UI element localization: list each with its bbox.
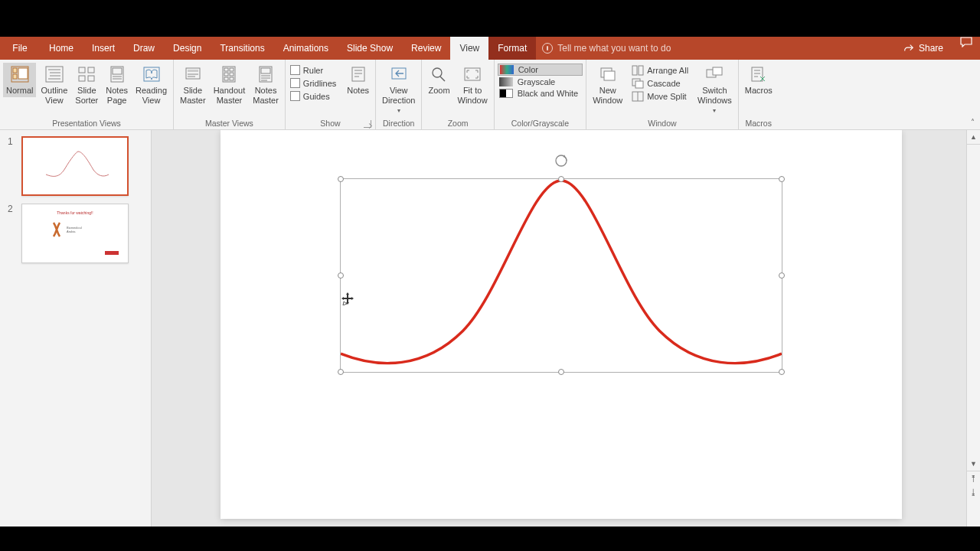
resize-handle-tl[interactable] xyxy=(338,176,344,182)
handout-master-button[interactable]: Handout Master xyxy=(211,63,249,107)
switch-windows-button[interactable]: Switch Windows ▾ xyxy=(694,63,735,117)
tab-review[interactable]: Review xyxy=(402,37,450,60)
tab-design[interactable]: Design xyxy=(164,37,211,60)
svg-rect-52 xyxy=(752,67,763,81)
ruler-label: Ruler xyxy=(303,66,323,75)
tell-me-placeholder: Tell me what you want to do xyxy=(557,43,671,54)
slide-thumbnails-panel[interactable]: 1 2 Thanks for watching!! Biomedical Ara… xyxy=(0,130,152,527)
gridlines-checkbox[interactable]: Gridlines xyxy=(289,77,338,89)
dialog-launcher-icon[interactable] xyxy=(364,120,371,128)
outline-view-label: Outline View xyxy=(41,86,67,106)
scroll-up-button[interactable]: ▲ xyxy=(967,130,980,144)
new-window-label: New Window xyxy=(593,86,622,106)
svg-rect-30 xyxy=(261,68,270,73)
svg-rect-24 xyxy=(230,68,234,71)
letterbox-bottom xyxy=(0,532,980,540)
zoom-button[interactable]: Zoom xyxy=(425,63,452,97)
resize-handle-bm[interactable] xyxy=(558,369,564,375)
resize-handle-br[interactable] xyxy=(779,369,785,375)
collapse-ribbon-button[interactable]: ˄ xyxy=(965,60,980,129)
fit-to-window-button[interactable]: Fit to Window xyxy=(455,63,491,107)
resize-handle-ml[interactable] xyxy=(338,272,344,279)
tab-insert[interactable]: Insert xyxy=(83,37,124,60)
resize-handle-tm[interactable] xyxy=(558,176,564,182)
zoom-label: Zoom xyxy=(428,86,449,96)
svg-rect-14 xyxy=(113,68,122,74)
arrange-all-button[interactable]: Arrange All xyxy=(630,64,690,77)
svg-rect-12 xyxy=(88,76,94,81)
svg-rect-45 xyxy=(639,66,643,75)
notes-page-icon xyxy=(106,64,128,84)
ribbon-tabbar: File Home Insert Draw Design Transitions… xyxy=(0,37,980,60)
share-button[interactable]: Share xyxy=(894,37,952,60)
comments-icon[interactable] xyxy=(960,37,972,47)
tab-view[interactable]: View xyxy=(450,37,488,60)
notes-page-button[interactable]: Notes Page xyxy=(103,63,131,107)
group-label-show: Show xyxy=(289,119,372,129)
svg-rect-51 xyxy=(713,67,722,75)
notes-master-button[interactable]: Notes Master xyxy=(250,63,282,107)
lightbulb-icon xyxy=(542,43,553,54)
thumbnail-slide-2[interactable]: Thanks for watching!! Biomedical Arabia xyxy=(21,204,129,263)
tab-slideshow[interactable]: Slide Show xyxy=(338,37,402,60)
color-mode-button[interactable]: Color xyxy=(498,64,583,76)
tab-transitions[interactable]: Transitions xyxy=(211,37,273,60)
move-split-icon xyxy=(632,91,644,102)
svg-rect-44 xyxy=(632,66,637,75)
svg-rect-43 xyxy=(604,71,615,80)
svg-rect-1 xyxy=(13,68,17,73)
slide-canvas-area[interactable] xyxy=(152,130,980,527)
thumbnail-item[interactable]: 1 xyxy=(8,136,143,196)
new-window-icon xyxy=(597,64,619,84)
tab-animations[interactable]: Animations xyxy=(274,37,338,60)
color-swatch-icon xyxy=(500,65,514,74)
new-window-button[interactable]: New Window xyxy=(590,63,626,107)
arrange-all-icon xyxy=(632,65,644,76)
tab-format[interactable]: Format xyxy=(488,37,536,60)
resize-handle-mr[interactable] xyxy=(779,272,785,279)
group-master-views: Slide Master Handout Master Notes Master… xyxy=(174,60,286,129)
rotate-handle[interactable] xyxy=(554,153,569,168)
resize-handle-tr[interactable] xyxy=(779,176,785,182)
svg-rect-4 xyxy=(46,67,63,82)
slide-editor[interactable] xyxy=(220,130,902,519)
vertical-scrollbar[interactable]: ▲ ▼ ⭱ ⭳ xyxy=(966,130,980,527)
tell-me-search[interactable]: Tell me what you want to do xyxy=(536,37,677,60)
svg-rect-26 xyxy=(230,73,234,76)
grayscale-mode-button[interactable]: Grayscale xyxy=(498,77,583,87)
thumb2-badge xyxy=(105,251,119,255)
group-label-color: Color/Grayscale xyxy=(498,119,583,129)
handout-master-label: Handout Master xyxy=(214,86,246,106)
reading-view-label: Reading View xyxy=(136,86,167,106)
next-slide-button[interactable]: ⭳ xyxy=(967,485,980,499)
reading-view-button[interactable]: Reading View xyxy=(132,63,170,107)
move-split-button[interactable]: Move Split xyxy=(630,90,690,103)
scroll-down-button[interactable]: ▼ xyxy=(967,457,980,471)
view-direction-icon xyxy=(388,64,410,84)
guides-checkbox[interactable]: Guides xyxy=(289,90,338,102)
thumbnail-number: 2 xyxy=(8,204,15,263)
tab-file[interactable]: File xyxy=(0,37,40,60)
resize-handle-bl[interactable] xyxy=(338,369,344,375)
bw-mode-button[interactable]: Black and White xyxy=(498,88,583,99)
cascade-button[interactable]: Cascade xyxy=(630,77,690,90)
normal-view-button[interactable]: Normal xyxy=(3,63,36,97)
slide-master-button[interactable]: Slide Master xyxy=(177,63,209,107)
shape-selection-box[interactable] xyxy=(340,178,782,373)
notes-button[interactable]: Notes xyxy=(344,63,372,97)
slide-sorter-button[interactable]: Slide Sorter xyxy=(72,63,101,107)
curve-shape[interactable] xyxy=(341,179,782,372)
slide-master-icon xyxy=(182,64,204,84)
macros-button[interactable]: Macros xyxy=(742,63,776,97)
tab-home[interactable]: Home xyxy=(40,37,83,60)
checkbox-icon xyxy=(290,78,300,88)
move-split-label: Move Split xyxy=(647,92,686,101)
view-direction-button[interactable]: View Direction ▾ xyxy=(379,63,418,117)
outline-view-button[interactable]: Outline View xyxy=(38,63,70,107)
thumbnail-item[interactable]: 2 Thanks for watching!! Biomedical Arabi… xyxy=(8,204,143,263)
thumbnail-slide-1[interactable] xyxy=(21,136,129,196)
move-cursor-icon xyxy=(341,292,354,308)
tab-draw[interactable]: Draw xyxy=(124,37,164,60)
prev-slide-button[interactable]: ⭱ xyxy=(967,471,980,485)
ruler-checkbox[interactable]: Ruler xyxy=(289,64,338,76)
